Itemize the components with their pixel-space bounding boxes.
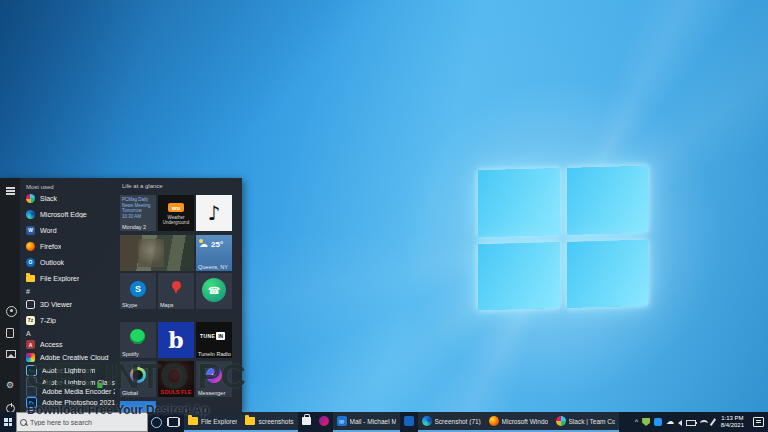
taskbar-buttons: File Explorer screenshots ✉ Mail - Micha… [184, 412, 619, 432]
browser-circle-icon [422, 416, 432, 426]
tile-groove-music[interactable]: ♪ [196, 195, 232, 231]
folder-icon [26, 275, 35, 282]
whatsapp-icon: ☎ [202, 278, 226, 302]
app-item-file-explorer[interactable]: File Explorer [26, 270, 115, 286]
volume-icon[interactable] [678, 420, 682, 426]
system-tray: ^ ☁ 1:13 PM 8/4/2021 [635, 412, 768, 432]
tile-tunein[interactable]: TUNE IN TuneIn Radio [196, 322, 232, 358]
tile-skype[interactable]: S Skype [120, 273, 156, 309]
skype-icon: S [130, 281, 146, 297]
firefox-icon [489, 416, 499, 426]
folder-icon [245, 417, 255, 425]
hamburger-menu-button[interactable] [6, 184, 15, 193]
windows-logo-pane [567, 166, 649, 235]
start-menu-rail: ⚙ [0, 178, 20, 412]
cloud-icon: ☁ [199, 239, 208, 249]
windows-logo-pane [567, 239, 649, 308]
cortana-icon [151, 417, 162, 428]
pictures-button[interactable] [6, 350, 16, 358]
tile-photos[interactable] [120, 235, 194, 271]
onedrive-cloud-icon[interactable]: ☁ [666, 418, 674, 426]
windows-start-icon [4, 418, 12, 426]
tile-calendar[interactable]: PCMag Daily News Meeting Tomorrow 10:30 … [120, 195, 156, 231]
taskbar-blue-app[interactable] [400, 412, 418, 432]
taskbar-store[interactable] [298, 412, 315, 432]
taskbar-screenshots-folder[interactable]: screenshots [241, 412, 297, 432]
word-icon [26, 226, 35, 235]
tile-weather-underground[interactable]: wu Weather Underground [158, 195, 194, 231]
settings-button[interactable]: ⚙ [6, 381, 15, 390]
tile-label: Maps [160, 302, 173, 308]
taskbar-screenshot-window[interactable]: Screenshot (71).pn... [418, 412, 485, 432]
app-item-access[interactable]: Access [26, 338, 115, 351]
b-logo-icon: b [168, 330, 183, 350]
tunein-icon: TUNE IN [200, 332, 225, 340]
getintopc-watermark: GET.INTO PC [27, 356, 246, 396]
windows-logo-pane [478, 168, 560, 237]
tile-label: Skype [122, 302, 137, 308]
tile-maps[interactable]: Maps [158, 273, 194, 309]
music-note-icon: ♪ [208, 201, 221, 225]
tile-label: Queens, NY [198, 264, 228, 270]
slack-icon [26, 194, 35, 203]
bluetooth-icon[interactable] [654, 418, 662, 426]
clock-date: 8/4/2021 [721, 422, 744, 429]
temperature: 25° [211, 240, 223, 249]
taskbar-slack[interactable]: Slack | Team Comm... [552, 412, 619, 432]
outlook-icon [26, 258, 35, 267]
app-item-outlook[interactable]: Outlook [26, 254, 115, 270]
tile-label: Weather Underground [160, 215, 192, 225]
blue-app-icon [404, 416, 414, 426]
app-item-3d-viewer[interactable]: 3D Viewer [26, 296, 115, 312]
store-bag-icon [302, 417, 311, 425]
app-item-edge[interactable]: Microsoft Edge [26, 206, 115, 222]
task-view-icon [168, 417, 179, 427]
search-input[interactable] [30, 419, 144, 426]
slack-icon [556, 416, 566, 426]
clock-time: 1:13 PM [721, 415, 743, 422]
taskbar-firefox[interactable]: Microsoft Window... [485, 412, 552, 432]
hidden-icons-chevron[interactable]: ^ [635, 419, 638, 425]
app-item-firefox[interactable]: Firefox [26, 238, 115, 254]
windows-logo [478, 166, 648, 310]
search-icon [20, 419, 27, 426]
battery-icon[interactable] [686, 420, 696, 426]
taskbar-mail[interactable]: ✉ Mail - Michael Mu... [333, 412, 400, 432]
weather-underground-icon: wu [168, 203, 184, 212]
start-button[interactable] [0, 412, 16, 432]
tile-whatsapp[interactable]: ☎ [196, 273, 232, 309]
hamburger-icon [6, 187, 15, 189]
windows-logo-pane [478, 242, 560, 311]
documents-button[interactable] [6, 328, 14, 338]
app-item-7zip[interactable]: 7-Zip [26, 312, 115, 328]
action-center-button[interactable] [751, 417, 766, 427]
action-center-icon [753, 417, 764, 427]
pen-icon[interactable] [710, 418, 716, 425]
user-account-button[interactable] [6, 306, 17, 317]
purple-app-icon [319, 416, 329, 426]
mail-icon: ✉ [337, 416, 347, 426]
tiles-group-header[interactable]: Life at a glance [122, 183, 163, 189]
archive-icon [26, 316, 35, 325]
tile-spotify[interactable]: Spotify [120, 322, 156, 358]
app-item-word[interactable]: Word [26, 222, 115, 238]
tile-b-app[interactable]: b [158, 322, 194, 358]
cube-icon [26, 300, 35, 309]
screen: ⚙ Most used Slack Microsoft Edge Word Fi… [0, 0, 768, 432]
section-header-hash[interactable]: # [26, 286, 115, 296]
folder-icon [188, 417, 198, 425]
network-icon[interactable] [700, 420, 708, 427]
defender-shield-icon[interactable] [642, 418, 650, 426]
tile-label: Monday 2 [122, 224, 146, 230]
tile-weather[interactable]: ☁ 25° Queens, NY [196, 235, 232, 271]
app-item-slack[interactable]: Slack [26, 190, 115, 206]
calendar-news-text: PCMag Daily News Meeting Tomorrow 10:30 … [122, 197, 154, 219]
section-header-a[interactable]: A [26, 328, 115, 338]
edge-icon [26, 210, 35, 219]
taskbar-purple-app[interactable] [315, 412, 333, 432]
firefox-icon [26, 242, 35, 251]
watermark-tagline: Download Free Your Desired Ap [27, 403, 209, 417]
taskbar-clock[interactable]: 1:13 PM 8/4/2021 [718, 415, 747, 429]
access-icon [26, 340, 35, 349]
map-pin-icon [172, 281, 181, 290]
